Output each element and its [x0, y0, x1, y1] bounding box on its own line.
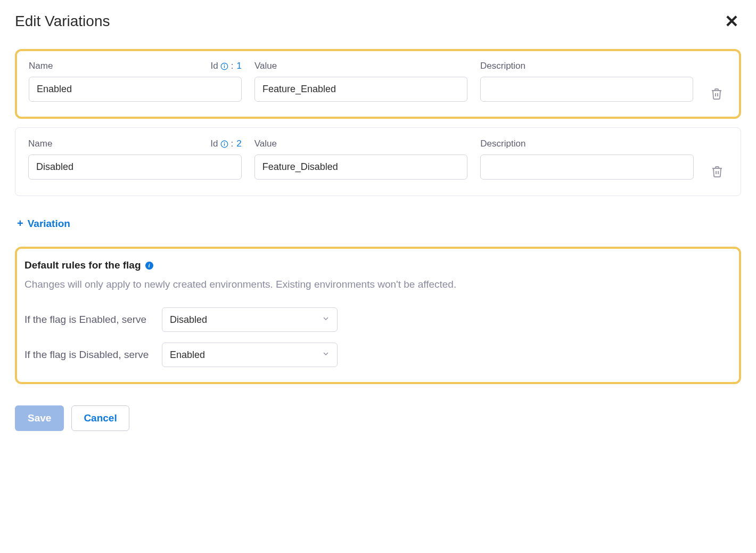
id-label-group: Id : 2 [210, 139, 241, 149]
variation-value-input[interactable] [254, 77, 467, 102]
footer-actions: Save Cancel [15, 405, 741, 431]
name-label: Name [29, 61, 53, 71]
dialog-title: Edit Variations [15, 13, 110, 30]
default-rules-title: Default rules for the flag [24, 259, 141, 271]
variation-name-input[interactable] [29, 77, 242, 102]
value-label: Value [254, 61, 277, 71]
variation-card-2: Name Id : 2 Value [15, 127, 741, 196]
rule-enabled-label: If the flag is Enabled, serve [24, 313, 152, 327]
description-label: Description [480, 139, 525, 149]
save-button[interactable]: Save [15, 405, 64, 431]
cancel-button[interactable]: Cancel [71, 405, 129, 431]
variation-value-input[interactable] [254, 154, 468, 180]
delete-variation-button[interactable] [706, 76, 727, 102]
variation-description-input[interactable] [480, 77, 693, 102]
plus-icon: + [17, 217, 23, 230]
description-label: Description [480, 61, 525, 71]
id-label-group: Id : 1 [211, 61, 242, 71]
variation-name-input[interactable] [28, 154, 242, 180]
trash-icon [711, 165, 724, 180]
svg-point-2 [224, 64, 225, 65]
delete-variation-button[interactable] [706, 154, 728, 180]
close-icon: ✕ [725, 12, 739, 31]
variation-id-value: 2 [236, 139, 241, 149]
variation-card-1: Name Id : 1 Value [15, 49, 741, 119]
info-icon[interactable] [220, 62, 229, 70]
variations-list: Name Id : 1 Value [15, 49, 741, 232]
svg-point-5 [224, 142, 225, 143]
rule-disabled-label: If the flag is Disabled, serve [24, 348, 152, 362]
close-button[interactable]: ✕ [722, 13, 741, 30]
add-variation-button[interactable]: + Variation [17, 215, 70, 232]
default-rules-subtitle: Changes will only apply to newly created… [24, 279, 732, 290]
variation-id-value: 1 [237, 61, 242, 71]
rule-enabled-select[interactable]: Disabled [162, 307, 338, 332]
trash-icon [710, 87, 723, 102]
add-variation-label: Variation [28, 218, 70, 230]
value-label: Value [254, 139, 277, 149]
rule-disabled-select[interactable]: Enabled [162, 343, 338, 367]
info-icon[interactable]: i [145, 262, 153, 270]
variation-description-input[interactable] [480, 154, 694, 180]
name-label: Name [28, 139, 52, 149]
info-icon[interactable] [220, 140, 228, 148]
default-rules-panel: Default rules for the flag i Changes wil… [15, 247, 741, 384]
